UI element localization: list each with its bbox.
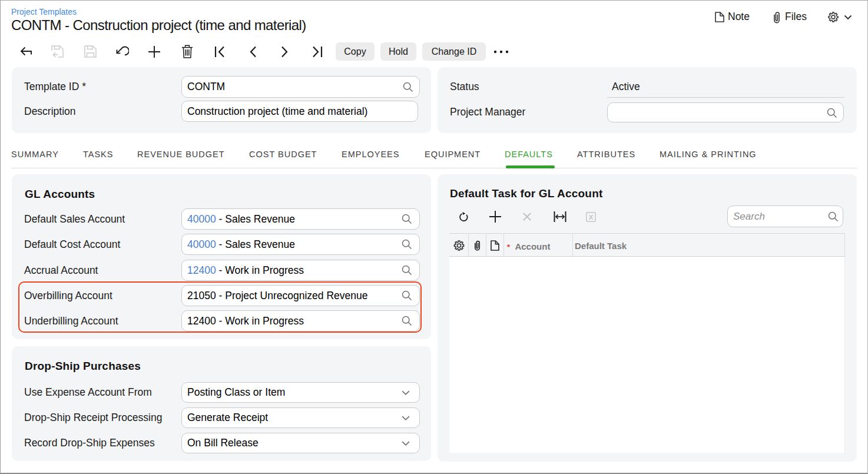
svg-text:X: X [589,214,594,221]
